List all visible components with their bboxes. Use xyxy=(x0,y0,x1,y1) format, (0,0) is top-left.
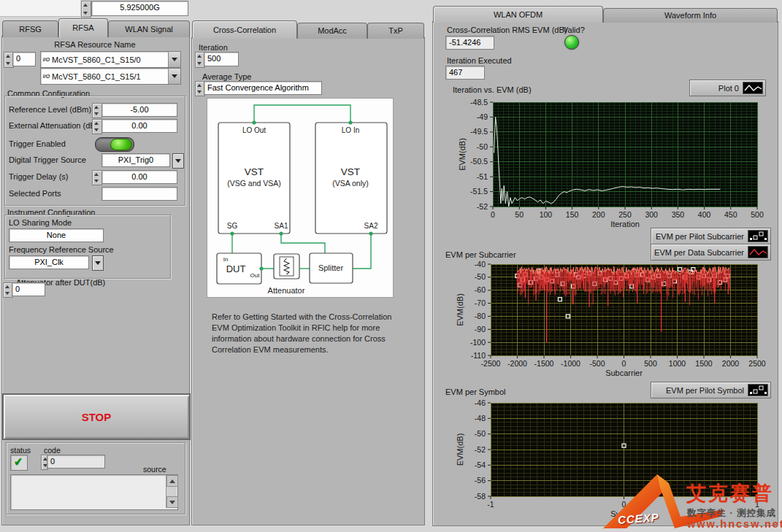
svg-text:LO In: LO In xyxy=(342,126,359,134)
svg-text:EVM(dB): EVM(dB) xyxy=(456,433,464,466)
valid-led xyxy=(564,35,579,50)
trigger-enabled-toggle[interactable] xyxy=(95,137,134,152)
svg-text:Out: Out xyxy=(250,272,261,279)
source-label: source xyxy=(143,465,166,474)
error-source-textarea[interactable] xyxy=(10,474,178,510)
operate-menu-button[interactable] xyxy=(172,153,184,169)
rfsa-resource-combo-1[interactable]: I/O McVST_5860_C1_S15/1 xyxy=(40,68,181,85)
lo-sharing-mode-field[interactable]: None xyxy=(9,228,104,242)
svg-text:-50: -50 xyxy=(475,272,486,281)
digital-trigger-source-field[interactable]: PXI_Trig0 xyxy=(101,153,170,167)
svg-text:(VSG and VSA): (VSG and VSA) xyxy=(227,179,281,188)
scrollbar[interactable] xyxy=(166,475,177,508)
tab-rfsa[interactable]: RFSA xyxy=(58,18,108,37)
rms-evm-field[interactable]: -51.4246 xyxy=(445,36,494,50)
svg-text:-1500: -1500 xyxy=(534,359,554,368)
valid-label: Valid? xyxy=(563,26,585,34)
status-ok-check-icon: ✔ xyxy=(13,455,23,469)
frequency-spinner[interactable] xyxy=(81,1,91,18)
lo-sharing-mode-label: LO Sharing Mode xyxy=(9,218,72,227)
svg-text:-50: -50 xyxy=(475,429,486,438)
svg-text:EVM(dB): EVM(dB) xyxy=(456,293,464,326)
svg-text:1000: 1000 xyxy=(669,359,686,368)
svg-text:Attenuator: Attenuator xyxy=(268,286,305,295)
svg-text:-56: -56 xyxy=(475,476,486,485)
chart1-legend[interactable]: Plot 0 xyxy=(689,80,766,96)
svg-text:-52: -52 xyxy=(475,445,486,454)
svg-text:-2000: -2000 xyxy=(507,359,527,368)
svg-text:100: 100 xyxy=(540,210,553,219)
svg-text:300: 300 xyxy=(645,210,658,219)
rfsa-resource-name-label: RFSA Resource Name xyxy=(29,40,161,49)
svg-text:-40: -40 xyxy=(475,260,486,269)
application-window: 5.925000G RFSGRFSAWLAN Signal RFSA Resou… xyxy=(0,0,782,532)
external-attenuation-field[interactable]: 0.00 xyxy=(101,119,177,133)
svg-text:-58: -58 xyxy=(475,492,486,501)
code-label: code xyxy=(44,446,61,455)
resource-combo-0-value: McVST_5860_C1_S15/0 xyxy=(52,55,168,64)
svg-text:-54: -54 xyxy=(475,460,486,469)
svg-text:SA1: SA1 xyxy=(275,222,288,230)
svg-text:200: 200 xyxy=(592,210,605,219)
frequency-reference-source-label: Frequency Reference Source xyxy=(9,245,114,254)
visa-io-icon: I/O xyxy=(41,57,52,62)
trigger-enabled-label: Trigger Enabled xyxy=(9,139,66,148)
chart1-legend-label: Plot 0 xyxy=(718,84,739,93)
attenuator-after-dut-field[interactable]: 0 xyxy=(12,282,45,296)
svg-text:-52: -52 xyxy=(477,202,488,211)
scroll-up-icon[interactable] xyxy=(166,475,178,487)
svg-text:50: 50 xyxy=(515,210,524,219)
svg-text:0: 0 xyxy=(622,359,626,368)
svg-text:2500: 2500 xyxy=(748,359,766,368)
svg-text:-110: -110 xyxy=(471,351,486,360)
reference-level-field[interactable]: -5.00 xyxy=(101,103,177,117)
iteration-executed-field[interactable]: 467 xyxy=(445,66,485,80)
hardware-diagram: LO OutLO InVST(VSG and VSA)VST(VSA only)… xyxy=(207,98,392,296)
stop-button-label: STOP xyxy=(82,411,112,423)
selected-ports-label: Selected Ports xyxy=(9,189,61,198)
visa-io-icon: I/O xyxy=(41,74,52,79)
tab-rfsg[interactable]: RFSG xyxy=(2,20,58,37)
svg-text:LO Out: LO Out xyxy=(242,126,266,134)
dropdown-arrow-icon[interactable] xyxy=(168,69,180,84)
iteration-field[interactable]: 500 xyxy=(204,52,239,66)
code-field[interactable]: 0 xyxy=(47,455,105,469)
rfsa-resource-combo-0[interactable]: I/O McVST_5860_C1_S15/0 xyxy=(40,51,181,68)
svg-text:-1000: -1000 xyxy=(561,359,580,368)
tab-txp[interactable]: TxP xyxy=(367,23,424,39)
svg-text:150: 150 xyxy=(566,210,579,219)
trigger-delay-spinner[interactable] xyxy=(92,170,102,185)
external-attenuation-label: External Attenuation (dB) xyxy=(9,121,98,130)
svg-text:EVM(dB): EVM(dB) xyxy=(458,138,467,171)
svg-text:500: 500 xyxy=(751,210,764,219)
average-type-label: Average Type xyxy=(202,72,251,81)
svg-text:-1: -1 xyxy=(487,500,494,509)
svg-text:-48: -48 xyxy=(475,414,486,423)
reference-level-spinner[interactable] xyxy=(92,103,102,118)
frequency-field[interactable]: 5.925000G xyxy=(91,1,188,16)
trigger-delay-field[interactable]: 0.00 xyxy=(101,170,177,184)
svg-text:-48.5: -48.5 xyxy=(470,98,488,107)
toggle-knob-on xyxy=(110,139,132,150)
iteration-evm-chart: 050100150200250300350400450500-52-51.5-5… xyxy=(438,95,774,235)
svg-text:-50: -50 xyxy=(477,142,488,151)
tab-waveform-info[interactable]: Waveform Info xyxy=(603,8,778,23)
resource-index-field[interactable]: 0 xyxy=(12,52,36,66)
svg-text:SG: SG xyxy=(227,222,238,230)
scroll-down-icon[interactable] xyxy=(166,496,178,508)
svg-text:(VSA only): (VSA only) xyxy=(332,179,369,188)
svg-text:-500: -500 xyxy=(589,359,605,368)
frequency-reference-source-field[interactable]: PXI_Clk xyxy=(9,255,89,269)
dropdown-arrow-icon[interactable] xyxy=(168,52,180,67)
external-attenuation-spinner[interactable] xyxy=(92,119,102,134)
svg-text:500: 500 xyxy=(644,359,657,368)
tab-wlan-signal[interactable]: WLAN Signal xyxy=(108,20,190,37)
tab-cross-correlation[interactable]: Cross-Correlation xyxy=(192,20,297,39)
stop-button[interactable]: STOP xyxy=(2,393,191,440)
operate-menu-button[interactable] xyxy=(92,255,104,271)
tab-wlan-ofdm[interactable]: WLAN OFDM xyxy=(433,6,603,23)
tab-modacc[interactable]: ModAcc xyxy=(297,23,367,39)
selected-ports-field[interactable] xyxy=(101,187,177,201)
svg-text:-80: -80 xyxy=(475,312,486,320)
average-type-field[interactable]: Fast Convergence Algorithm xyxy=(204,81,322,95)
